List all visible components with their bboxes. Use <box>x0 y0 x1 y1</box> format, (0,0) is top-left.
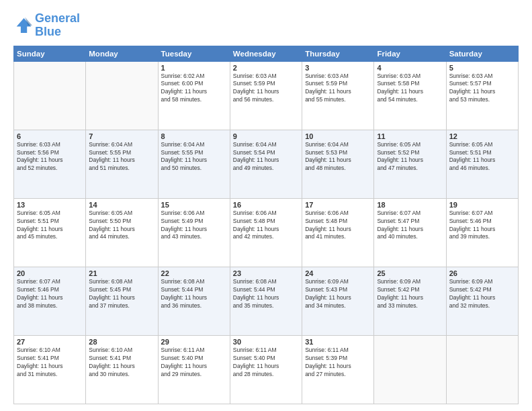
day-number: 7 <box>89 132 154 140</box>
day-number: 6 <box>17 132 83 140</box>
calendar-cell: 11Sunrise: 6:05 AM Sunset: 5:52 PM Dayli… <box>374 130 446 198</box>
calendar-cell: 10Sunrise: 6:04 AM Sunset: 5:53 PM Dayli… <box>302 130 374 198</box>
week-row-5: 27Sunrise: 6:10 AM Sunset: 5:41 PM Dayli… <box>14 335 519 404</box>
day-number: 1 <box>161 64 227 72</box>
day-number: 9 <box>233 132 299 140</box>
day-number: 17 <box>305 201 371 209</box>
calendar-cell <box>374 335 446 404</box>
calendar-body: 1Sunrise: 6:02 AM Sunset: 6:00 PM Daylig… <box>14 61 519 404</box>
day-number: 30 <box>233 338 299 346</box>
day-number: 10 <box>305 132 371 140</box>
calendar-cell: 30Sunrise: 6:11 AM Sunset: 5:40 PM Dayli… <box>230 335 302 404</box>
calendar-cell: 25Sunrise: 6:09 AM Sunset: 5:42 PM Dayli… <box>374 267 446 335</box>
day-number: 3 <box>305 64 371 72</box>
calendar-cell: 28Sunrise: 6:10 AM Sunset: 5:41 PM Dayli… <box>86 335 158 404</box>
day-detail: Sunrise: 6:03 AM Sunset: 5:57 PM Dayligh… <box>449 73 515 105</box>
day-number: 13 <box>17 201 83 209</box>
day-number: 11 <box>377 132 443 140</box>
day-detail: Sunrise: 6:03 AM Sunset: 5:59 PM Dayligh… <box>233 73 299 105</box>
calendar-cell: 26Sunrise: 6:09 AM Sunset: 5:42 PM Dayli… <box>446 267 518 335</box>
day-detail: Sunrise: 6:11 AM Sunset: 5:40 PM Dayligh… <box>161 347 227 379</box>
day-detail: Sunrise: 6:10 AM Sunset: 5:41 PM Dayligh… <box>17 347 83 379</box>
day-detail: Sunrise: 6:02 AM Sunset: 6:00 PM Dayligh… <box>161 73 227 105</box>
calendar-cell: 20Sunrise: 6:07 AM Sunset: 5:46 PM Dayli… <box>14 267 86 335</box>
day-detail: Sunrise: 6:08 AM Sunset: 5:44 PM Dayligh… <box>233 278 299 310</box>
day-detail: Sunrise: 6:09 AM Sunset: 5:43 PM Dayligh… <box>305 278 371 310</box>
calendar-cell: 16Sunrise: 6:06 AM Sunset: 5:48 PM Dayli… <box>230 198 302 267</box>
calendar-cell: 29Sunrise: 6:11 AM Sunset: 5:40 PM Dayli… <box>158 335 230 404</box>
day-number: 8 <box>161 132 227 140</box>
calendar-cell: 23Sunrise: 6:08 AM Sunset: 5:44 PM Dayli… <box>230 267 302 335</box>
week-row-3: 13Sunrise: 6:05 AM Sunset: 5:51 PM Dayli… <box>14 198 519 267</box>
day-detail: Sunrise: 6:05 AM Sunset: 5:52 PM Dayligh… <box>377 141 443 173</box>
day-detail: Sunrise: 6:06 AM Sunset: 5:48 PM Dayligh… <box>305 210 371 242</box>
header-day-thursday: Thursday <box>302 46 374 61</box>
header-day-saturday: Saturday <box>446 46 518 61</box>
day-detail: Sunrise: 6:05 AM Sunset: 5:51 PM Dayligh… <box>449 141 515 173</box>
day-detail: Sunrise: 6:04 AM Sunset: 5:55 PM Dayligh… <box>161 141 227 173</box>
header-day-sunday: Sunday <box>14 46 86 61</box>
header-row: SundayMondayTuesdayWednesdayThursdayFrid… <box>14 46 519 61</box>
day-detail: Sunrise: 6:05 AM Sunset: 5:50 PM Dayligh… <box>89 210 154 242</box>
calendar-cell <box>14 61 86 130</box>
day-detail: Sunrise: 6:04 AM Sunset: 5:55 PM Dayligh… <box>89 141 154 173</box>
calendar-cell: 21Sunrise: 6:08 AM Sunset: 5:45 PM Dayli… <box>86 267 158 335</box>
day-detail: Sunrise: 6:08 AM Sunset: 5:44 PM Dayligh… <box>161 278 227 310</box>
day-number: 14 <box>89 201 154 209</box>
day-number: 22 <box>161 269 227 277</box>
day-detail: Sunrise: 6:09 AM Sunset: 5:42 PM Dayligh… <box>449 278 515 310</box>
header-day-monday: Monday <box>86 46 158 61</box>
day-detail: Sunrise: 6:11 AM Sunset: 5:39 PM Dayligh… <box>305 347 371 379</box>
week-row-2: 6Sunrise: 6:03 AM Sunset: 5:56 PM Daylig… <box>14 130 519 198</box>
day-detail: Sunrise: 6:07 AM Sunset: 5:46 PM Dayligh… <box>449 210 515 242</box>
day-number: 16 <box>233 201 299 209</box>
calendar-cell: 19Sunrise: 6:07 AM Sunset: 5:46 PM Dayli… <box>446 198 518 267</box>
calendar-cell: 24Sunrise: 6:09 AM Sunset: 5:43 PM Dayli… <box>302 267 374 335</box>
day-detail: Sunrise: 6:07 AM Sunset: 5:46 PM Dayligh… <box>17 278 83 310</box>
day-number: 5 <box>449 64 515 72</box>
calendar-table: SundayMondayTuesdayWednesdayThursdayFrid… <box>13 46 519 404</box>
calendar-cell: 6Sunrise: 6:03 AM Sunset: 5:56 PM Daylig… <box>14 130 86 198</box>
calendar-cell: 12Sunrise: 6:05 AM Sunset: 5:51 PM Dayli… <box>446 130 518 198</box>
calendar-cell: 9Sunrise: 6:04 AM Sunset: 5:54 PM Daylig… <box>230 130 302 198</box>
logo: General Blue <box>13 12 80 39</box>
day-detail: Sunrise: 6:08 AM Sunset: 5:45 PM Dayligh… <box>89 278 154 310</box>
calendar-cell: 3Sunrise: 6:03 AM Sunset: 5:59 PM Daylig… <box>302 61 374 130</box>
header-day-friday: Friday <box>374 46 446 61</box>
day-detail: Sunrise: 6:10 AM Sunset: 5:41 PM Dayligh… <box>89 347 154 379</box>
day-detail: Sunrise: 6:09 AM Sunset: 5:42 PM Dayligh… <box>377 278 443 310</box>
calendar-cell: 18Sunrise: 6:07 AM Sunset: 5:47 PM Dayli… <box>374 198 446 267</box>
calendar-cell: 4Sunrise: 6:03 AM Sunset: 5:58 PM Daylig… <box>374 61 446 130</box>
header-day-tuesday: Tuesday <box>158 46 230 61</box>
page: General Blue SundayMondayTuesdayWednesda… <box>0 0 532 411</box>
day-number: 24 <box>305 269 371 277</box>
day-detail: Sunrise: 6:06 AM Sunset: 5:48 PM Dayligh… <box>233 210 299 242</box>
day-detail: Sunrise: 6:07 AM Sunset: 5:47 PM Dayligh… <box>377 210 443 242</box>
calendar-cell: 5Sunrise: 6:03 AM Sunset: 5:57 PM Daylig… <box>446 61 518 130</box>
day-number: 4 <box>377 64 443 72</box>
calendar-cell: 22Sunrise: 6:08 AM Sunset: 5:44 PM Dayli… <box>158 267 230 335</box>
week-row-1: 1Sunrise: 6:02 AM Sunset: 6:00 PM Daylig… <box>14 61 519 130</box>
header: General Blue <box>13 12 519 39</box>
day-number: 21 <box>89 269 154 277</box>
day-detail: Sunrise: 6:03 AM Sunset: 5:56 PM Dayligh… <box>17 141 83 173</box>
day-number: 18 <box>377 201 443 209</box>
day-number: 28 <box>89 338 154 346</box>
calendar-cell: 14Sunrise: 6:05 AM Sunset: 5:50 PM Dayli… <box>86 198 158 267</box>
calendar-cell: 27Sunrise: 6:10 AM Sunset: 5:41 PM Dayli… <box>14 335 86 404</box>
day-detail: Sunrise: 6:06 AM Sunset: 5:49 PM Dayligh… <box>161 210 227 242</box>
day-detail: Sunrise: 6:03 AM Sunset: 5:59 PM Dayligh… <box>305 73 371 105</box>
calendar-cell: 17Sunrise: 6:06 AM Sunset: 5:48 PM Dayli… <box>302 198 374 267</box>
day-number: 23 <box>233 269 299 277</box>
calendar-cell <box>446 335 518 404</box>
day-number: 12 <box>449 132 515 140</box>
calendar-cell: 7Sunrise: 6:04 AM Sunset: 5:55 PM Daylig… <box>86 130 158 198</box>
calendar-cell: 8Sunrise: 6:04 AM Sunset: 5:55 PM Daylig… <box>158 130 230 198</box>
day-detail: Sunrise: 6:11 AM Sunset: 5:40 PM Dayligh… <box>233 347 299 379</box>
logo-icon <box>13 16 32 35</box>
day-number: 31 <box>305 338 371 346</box>
day-number: 29 <box>161 338 227 346</box>
header-day-wednesday: Wednesday <box>230 46 302 61</box>
day-detail: Sunrise: 6:03 AM Sunset: 5:58 PM Dayligh… <box>377 73 443 105</box>
day-number: 2 <box>233 64 299 72</box>
